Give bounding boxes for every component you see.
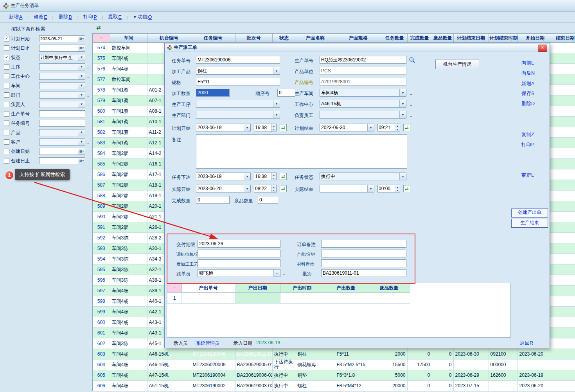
output-cell[interactable]: 1 bbox=[167, 293, 182, 304]
cell[interactable] bbox=[553, 138, 575, 148]
cell[interactable]: 车间2廖 bbox=[110, 148, 147, 159]
cell[interactable]: 595 bbox=[93, 264, 110, 275]
work-center-combo[interactable]: A46-15机▼ bbox=[320, 100, 406, 108]
cell[interactable] bbox=[553, 74, 575, 85]
cell[interactable]: 0 bbox=[432, 349, 453, 360]
actual-end-time-spinner[interactable]: 00:00▲▼ bbox=[377, 185, 400, 192]
cell[interactable]: MT2306020009 bbox=[191, 360, 235, 370]
output-cell[interactable] bbox=[280, 293, 324, 304]
toolbar-item-p[interactable]: 打印P bbox=[83, 14, 97, 20]
cell[interactable]: 车间2廖 bbox=[110, 169, 147, 180]
filter-field[interactable]: ▦▾ bbox=[39, 157, 85, 164]
browse-more[interactable]: .. bbox=[86, 140, 89, 144]
cell[interactable]: 603 bbox=[93, 349, 110, 360]
cell[interactable]: 586 bbox=[93, 169, 110, 180]
add-link[interactable]: 新增A bbox=[521, 81, 534, 87]
filter-checkbox[interactable] bbox=[4, 64, 9, 70]
column-header[interactable]: 机台编号 bbox=[147, 34, 191, 43]
cell[interactable]: 铜柱 bbox=[296, 349, 335, 360]
qty-input[interactable]: 2000 bbox=[196, 89, 230, 97]
filter-checkbox[interactable] bbox=[4, 120, 9, 126]
column-header[interactable]: 废品数量 bbox=[432, 34, 453, 43]
cell[interactable]: 车间4杨 bbox=[110, 349, 147, 360]
cell[interactable]: 587 bbox=[93, 180, 110, 191]
dropdown-button[interactable]: ▼ bbox=[78, 101, 85, 108]
column-header[interactable]: 开始日期 bbox=[518, 34, 553, 43]
cell[interactable]: 螺柱 bbox=[296, 381, 335, 391]
cell[interactable]: 车间2廖 bbox=[110, 222, 147, 233]
filter-field[interactable]: 2023-05-21▦▾ bbox=[39, 35, 85, 42]
filter-checkbox[interactable] bbox=[4, 92, 9, 98]
post-process-input[interactable] bbox=[198, 259, 280, 267]
refresh-icon[interactable]: ⇄ bbox=[280, 173, 287, 180]
cell[interactable]: F3.5*M2.5*15 bbox=[335, 360, 382, 370]
cell[interactable]: 601 bbox=[93, 328, 110, 338]
column-header[interactable]: 任务数量 bbox=[382, 34, 407, 43]
cell[interactable] bbox=[553, 370, 575, 381]
chevron-down-icon[interactable]: ▼ bbox=[273, 111, 280, 118]
cell[interactable] bbox=[553, 201, 575, 212]
cell[interactable]: 车间1蔡 bbox=[110, 85, 147, 95]
cell[interactable]: 车间1蔡 bbox=[110, 106, 147, 117]
cell[interactable] bbox=[553, 381, 575, 391]
cell[interactable]: 0 bbox=[407, 349, 432, 360]
process-combo[interactable]: ▼ bbox=[196, 100, 280, 108]
cell[interactable]: 执行中 bbox=[272, 349, 296, 360]
output-column-header[interactable]: 产出日期 bbox=[235, 284, 280, 293]
cell[interactable]: A46-15机 bbox=[147, 360, 191, 370]
cell[interactable] bbox=[553, 64, 575, 74]
machine-status-button[interactable]: 机台生产情况 bbox=[435, 59, 479, 69]
cell[interactable]: 602 bbox=[93, 338, 110, 349]
cell[interactable]: 575 bbox=[93, 53, 110, 64]
dropdown-button[interactable]: ▼ bbox=[78, 83, 85, 89]
browse-more[interactable]: .. bbox=[410, 90, 412, 96]
cell[interactable]: 车间4杨 bbox=[110, 53, 147, 64]
filter-field[interactable]: ▼ bbox=[39, 82, 85, 89]
calendar-dropdown-button[interactable]: ▦▾ bbox=[78, 45, 85, 51]
cell[interactable]: 车间3陈 bbox=[110, 338, 147, 349]
cell[interactable]: 591 bbox=[93, 222, 110, 233]
cell[interactable]: 车间4杨 bbox=[110, 360, 147, 370]
task-no-input[interactable]: MT2306190006 bbox=[196, 56, 280, 64]
workshop-combo[interactable]: 车间4杨▼ bbox=[320, 89, 406, 97]
plan-start-date[interactable]: 2023-06-19▼ bbox=[196, 124, 251, 131]
cell[interactable]: A51-15机 bbox=[147, 381, 191, 391]
cell[interactable] bbox=[553, 43, 575, 53]
browse-more[interactable]: .. bbox=[86, 130, 89, 135]
cell[interactable]: 589 bbox=[93, 201, 110, 212]
output-column-header[interactable]: 产出单号 bbox=[182, 284, 235, 293]
cell[interactable]: 599 bbox=[93, 307, 110, 317]
cell[interactable]: 574 bbox=[93, 43, 110, 53]
filter-checkbox[interactable] bbox=[4, 130, 9, 135]
cell[interactable]: 车间2廖 bbox=[110, 191, 147, 201]
calendar-dropdown-button[interactable]: ▦▾ bbox=[78, 36, 85, 42]
refresh-icon[interactable]: ⇄ bbox=[280, 124, 287, 131]
cell[interactable]: 2023-06-20 bbox=[518, 349, 553, 360]
cell[interactable]: 车间4杨 bbox=[110, 328, 147, 338]
cell[interactable] bbox=[553, 233, 575, 243]
output-cell[interactable] bbox=[182, 293, 235, 304]
cell[interactable]: 576 bbox=[93, 64, 110, 74]
filter-checkbox[interactable] bbox=[4, 139, 9, 145]
spinner-arrows-icon[interactable]: ▲▼ bbox=[271, 124, 276, 131]
cell[interactable]: 车间3陈 bbox=[110, 275, 147, 286]
chevron-down-icon[interactable]: ▼ bbox=[399, 111, 406, 118]
dropdown-button[interactable]: ▼ bbox=[78, 129, 85, 136]
cell[interactable]: 15500 bbox=[382, 360, 407, 370]
setup-time-input[interactable] bbox=[198, 250, 280, 257]
back-link[interactable]: 返回R bbox=[520, 340, 533, 347]
chevron-down-icon[interactable]: ▼ bbox=[273, 100, 280, 107]
cell[interactable]: 车间4杨 bbox=[110, 370, 147, 381]
cell[interactable] bbox=[553, 360, 575, 370]
toolbar-item-e[interactable]: 提取E bbox=[108, 14, 122, 20]
cell[interactable]: 588 bbox=[93, 191, 110, 201]
spinner-arrows-icon[interactable]: ▲▼ bbox=[271, 173, 276, 180]
column-header[interactable]: 计划结束时刻 bbox=[489, 34, 518, 43]
spinner-arrows-icon[interactable]: ▲▼ bbox=[271, 185, 276, 192]
cell[interactable]: 000000 bbox=[489, 360, 518, 370]
delivery-input[interactable]: 2023-06-26 bbox=[198, 240, 280, 248]
filter-checkbox[interactable] bbox=[4, 83, 9, 88]
cell[interactable]: BA230619006-02 bbox=[235, 370, 272, 381]
filter-checkbox[interactable] bbox=[4, 158, 9, 164]
delete-link[interactable]: 删除D bbox=[521, 101, 535, 107]
